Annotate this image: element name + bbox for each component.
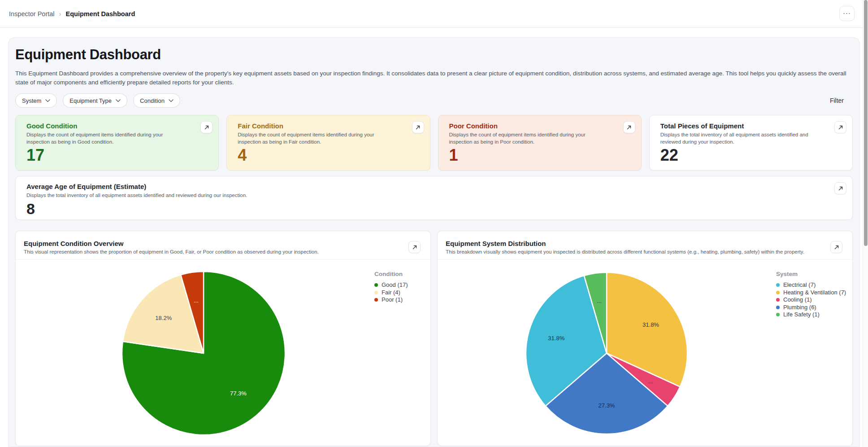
condition-pie-chart: 77.3%18.2%... xyxy=(118,268,289,438)
arrow-up-right-icon xyxy=(415,125,421,130)
chevron-down-icon xyxy=(169,99,174,102)
legend-dot-icon xyxy=(374,291,378,294)
equipment-type-filter-label: Equipment Type xyxy=(69,97,112,104)
pie-slice-label: ... xyxy=(194,297,199,304)
legend-item[interactable]: Poor (1) xyxy=(374,296,408,304)
stat-card-total-equipment: Total Pieces of Equipment Displays the t… xyxy=(649,115,853,171)
pie-slice-label: 27.3% xyxy=(599,402,615,409)
arrow-up-right-icon xyxy=(626,125,632,130)
stat-card-title: Average Age of Equipment (Estimate) xyxy=(26,183,842,190)
legend-label: Fair (4) xyxy=(382,289,400,297)
expand-arrow-button[interactable] xyxy=(834,182,846,194)
stat-card-poor-condition: Poor Condition Displays the count of equ… xyxy=(438,115,642,171)
stat-card-average-age: Average Age of Equipment (Estimate) Disp… xyxy=(15,176,853,220)
legend-item[interactable]: Fair (4) xyxy=(374,289,408,297)
chart-title: Equipment Condition Overview xyxy=(24,240,422,247)
pie-slice-label: 18.2% xyxy=(155,315,172,321)
chart-description: This visual representation shows the pro… xyxy=(24,249,422,254)
arrow-up-right-icon xyxy=(412,245,417,250)
legend-dot-icon xyxy=(776,283,780,287)
legend-item[interactable]: Heating & Ventilation (7) xyxy=(776,289,846,297)
chart-body: 31.8%...27.3%31.8%... System Electrical … xyxy=(438,260,852,443)
legend-list: Electrical (7)Heating & Ventilation (7)C… xyxy=(776,281,846,319)
filter-button[interactable]: Filter xyxy=(830,97,853,104)
pie-slice-label: 31.8% xyxy=(642,321,659,328)
stat-card-row: Good Condition Displays the count of equ… xyxy=(15,115,853,171)
legend-label: Cooling (1) xyxy=(783,296,812,304)
breadcrumb-inspector-portal[interactable]: Inspector Portal xyxy=(9,10,55,18)
stat-card-description: Displays the total inventory of all equi… xyxy=(26,192,842,199)
stat-card-description: Displays the total inventory of all equi… xyxy=(660,131,818,145)
arrow-up-right-icon xyxy=(204,125,209,130)
arrow-up-right-icon xyxy=(838,186,843,191)
page-title: Equipment Dashboard xyxy=(15,47,853,63)
legend-label: Poor (1) xyxy=(382,296,403,304)
stat-card-value: 4 xyxy=(238,147,419,163)
page-description: This Equipment Dashboard provides a comp… xyxy=(15,69,847,87)
chart-description: This breakdown visually shows equipment … xyxy=(446,249,844,254)
chevron-right-icon: › xyxy=(59,10,61,18)
chart-row: Equipment Condition Overview This visual… xyxy=(15,231,853,446)
stat-card-title: Good Condition xyxy=(26,122,208,130)
legend-dot-icon xyxy=(374,298,378,302)
pie-slice-label: 77.3% xyxy=(230,390,247,397)
arrow-up-right-icon xyxy=(838,125,843,130)
scrollbar-thumb[interactable] xyxy=(864,0,868,246)
legend-dot-icon xyxy=(776,313,780,316)
legend-label: Life Safety (1) xyxy=(783,311,820,319)
equipment-type-filter-dropdown[interactable]: Equipment Type xyxy=(63,93,127,108)
chart-card-header: Equipment System Distribution This break… xyxy=(438,231,852,260)
system-pie-chart: 31.8%...27.3%31.8%... xyxy=(521,268,692,438)
legend-title: System xyxy=(776,271,846,277)
stat-card-title: Total Pieces of Equipment xyxy=(660,122,842,130)
stat-card-description: Displays the count of equipment items id… xyxy=(26,131,184,145)
expand-arrow-button[interactable] xyxy=(408,241,421,253)
pie-slice-label: ... xyxy=(648,378,653,385)
dashboard-panel: Equipment Dashboard This Equipment Dashb… xyxy=(8,37,860,447)
expand-arrow-button[interactable] xyxy=(623,121,635,133)
legend-dot-icon xyxy=(374,283,378,287)
legend-dot-icon xyxy=(776,291,780,294)
expand-arrow-button[interactable] xyxy=(412,121,424,133)
top-navigation-bar: Inspector Portal › Equipment Dashboard ·… xyxy=(0,0,868,28)
stat-card-value: 22 xyxy=(660,147,842,163)
chevron-down-icon xyxy=(45,99,50,102)
legend-dot-icon xyxy=(776,298,780,302)
vertical-scrollbar[interactable] xyxy=(863,0,868,447)
stat-card-description: Displays the count of equipment items id… xyxy=(238,131,395,145)
legend-title: Condition xyxy=(374,271,408,277)
stat-card-value: 1 xyxy=(449,147,630,163)
pie-slice-label: 31.8% xyxy=(548,335,564,342)
breadcrumb-current-page: Equipment Dashboard xyxy=(66,10,135,18)
stat-card-description: Displays the count of equipment items id… xyxy=(449,131,607,145)
legend-label: Heating & Ventilation (7) xyxy=(783,289,846,297)
condition-filter-dropdown[interactable]: Condition xyxy=(133,93,180,108)
chart-card-header: Equipment Condition Overview This visual… xyxy=(16,231,430,260)
pie-slice-label: ... xyxy=(597,298,602,304)
legend-item[interactable]: Good (17) xyxy=(374,281,408,289)
system-filter-dropdown[interactable]: System xyxy=(15,93,57,108)
legend-label: Good (17) xyxy=(382,281,408,289)
chart-title: Equipment System Distribution xyxy=(446,240,844,247)
chevron-down-icon xyxy=(116,99,121,102)
expand-arrow-button[interactable] xyxy=(834,121,846,133)
legend-item[interactable]: Cooling (1) xyxy=(776,296,846,304)
stat-card-fair-condition: Fair Condition Displays the count of equ… xyxy=(226,115,430,171)
expand-arrow-button[interactable] xyxy=(200,121,213,133)
legend-item[interactable]: Plumbing (6) xyxy=(776,304,846,311)
legend-item[interactable]: Life Safety (1) xyxy=(776,311,846,319)
equipment-system-distribution-card: Equipment System Distribution This break… xyxy=(437,231,853,446)
legend-label: Plumbing (6) xyxy=(783,304,816,311)
condition-filter-label: Condition xyxy=(140,97,165,104)
stat-card-value: 17 xyxy=(26,147,208,163)
legend-list: Good (17)Fair (4)Poor (1) xyxy=(374,281,408,304)
legend-item[interactable]: Electrical (7) xyxy=(776,281,846,289)
breadcrumb: Inspector Portal › Equipment Dashboard xyxy=(0,10,135,18)
filter-row: System Equipment Type Condition Filter xyxy=(15,93,853,108)
chart-body: 77.3%18.2%... Condition Good (17)Fair (4… xyxy=(16,260,430,443)
expand-arrow-button[interactable] xyxy=(830,241,842,253)
legend-label: Electrical (7) xyxy=(783,281,816,289)
system-legend: System Electrical (7)Heating & Ventilati… xyxy=(776,271,846,319)
more-options-button[interactable]: ··· xyxy=(839,6,855,21)
stat-card-title: Fair Condition xyxy=(238,122,419,130)
